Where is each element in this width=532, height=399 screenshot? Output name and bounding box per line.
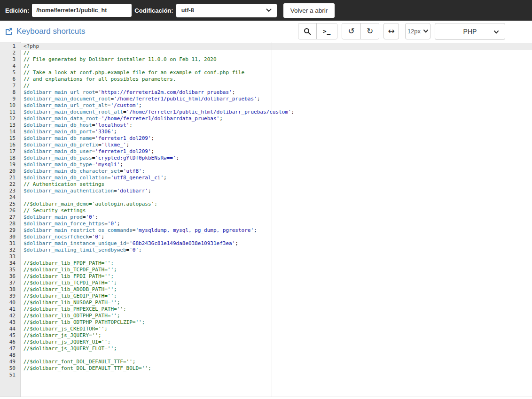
chevron-down-icon <box>266 8 272 12</box>
code-text: // Authentication settings <box>21 181 104 188</box>
code-line[interactable]: 48 <box>0 352 532 359</box>
toolbar-actions: >_ ↺ ↻ ↔ 12px PHP <box>294 23 505 40</box>
redo-button[interactable]: ↻ <box>360 23 379 39</box>
chevron-down-icon <box>494 31 499 34</box>
code-text <box>21 194 23 201</box>
code-line[interactable]: 42//$dolibarr_lib_ODTPHP_PATH=''; <box>0 313 532 319</box>
code-line[interactable]: 40//$dolibarr_lib_NUSOAP_PATH=''; <box>0 299 532 306</box>
code-text: //$dolibarr_lib_ADODB_PATH=''; <box>21 286 117 293</box>
code-line[interactable]: 30$dolibarr_nocsrfcheck='0'; <box>0 234 532 240</box>
code-line[interactable]: 25//$dolibarr_main_demo='autologin,autop… <box>0 201 532 207</box>
code-line[interactable]: 21$dolibarr_main_db_collation='utf8_gene… <box>0 175 532 181</box>
code-line[interactable]: 43//$dolibarr_lib_ODTPHP_PATHTOPCLZIP=''… <box>0 319 532 326</box>
code-line[interactable]: 3// File generated by Dolibarr installer… <box>0 56 532 63</box>
code-text: // File generated by Dolibarr installer … <box>21 56 217 63</box>
code-text: //$dolibarr_lib_PHPEXCEL_PATH=''; <box>21 306 126 313</box>
line-number: 27 <box>0 214 21 221</box>
word-wrap-button[interactable]: ↔ <box>383 23 399 39</box>
encoding-select[interactable]: utf-8 <box>176 4 277 17</box>
terminal-button[interactable]: >_ <box>316 23 337 39</box>
search-button[interactable] <box>298 23 316 39</box>
code-line[interactable]: 36//$dolibarr_lib_FPDI_PATH=''; <box>0 273 532 280</box>
code-line[interactable]: 26// Security settings <box>0 207 532 214</box>
keyboard-shortcuts-link[interactable]: Keyboard shortcuts <box>5 27 85 36</box>
code-line[interactable]: 11$dolibarr_main_document_root_alt='/hom… <box>0 109 532 115</box>
code-line[interactable]: 12$dolibarr_main_data_root='/home/ferret… <box>0 115 532 122</box>
code-text: //$dolibarr_font_DOL_DEFAULT_TTF=''; <box>21 359 135 365</box>
line-number: 22 <box>0 181 21 188</box>
code-line[interactable]: 32$dolibarr_mailing_limit_sendbyweb='0'; <box>0 247 532 253</box>
code-line[interactable]: 1<?php <box>0 43 532 50</box>
code-line[interactable]: 45//$dolibarr_js_JQUERY=''; <box>0 332 532 339</box>
code-line[interactable]: 34//$dolibarr_lib_FPDF_PATH=''; <box>0 260 532 267</box>
code-line[interactable]: 17$dolibarr_main_db_user='ferreter1_dol2… <box>0 148 532 155</box>
line-number: 8 <box>0 89 21 96</box>
line-number: 28 <box>0 221 21 227</box>
code-text: // <box>21 83 30 89</box>
code-line[interactable]: 33 <box>0 253 532 260</box>
code-line[interactable]: 18$dolibarr_main_db_pass='crypted:gYtDf0… <box>0 155 532 161</box>
code-line[interactable]: 51 <box>0 372 532 378</box>
line-number: 23 <box>0 188 21 194</box>
code-line[interactable]: 2// <box>0 50 532 56</box>
code-line[interactable]: 50//$dolibarr_font_DOL_DEFAULT_TTF_BOLD=… <box>0 365 532 372</box>
code-line[interactable]: 47//$dolibarr_js_JQUERY_FLOT=''; <box>0 345 532 352</box>
code-line[interactable]: 24 <box>0 194 532 201</box>
code-line[interactable]: 20$dolibarr_main_db_character_set='utf8'… <box>0 168 532 175</box>
code-text: $dolibarr_main_prod='0'; <box>21 214 98 221</box>
code-line[interactable]: 23$dolibarr_main_authentication='dolibar… <box>0 188 532 194</box>
code-line[interactable]: 29$dolibarr_main_restrict_os_commands='m… <box>0 227 532 234</box>
keyboard-shortcuts-label: Keyboard shortcuts <box>16 27 85 36</box>
code-line[interactable]: 16$dolibarr_main_db_prefix='llxme_'; <box>0 142 532 148</box>
code-line[interactable]: 31$dolibarr_main_instance_unique_id='68b… <box>0 240 532 247</box>
code-line[interactable]: 19$dolibarr_main_db_type='mysqli'; <box>0 161 532 168</box>
code-text: //$dolibarr_font_DOL_DEFAULT_TTF_BOLD=''… <box>21 365 151 372</box>
code-editor[interactable]: 1<?php2//3// File generated by Dolibarr … <box>0 42 532 397</box>
code-line[interactable]: 6// and explanations for all possibles p… <box>0 76 532 83</box>
line-number: 38 <box>0 286 21 293</box>
code-line[interactable]: 5// Take a look at conf.php.example file… <box>0 69 532 76</box>
code-text: $dolibarr_main_instance_unique_id='68b24… <box>21 240 238 247</box>
code-line[interactable]: 8$dolibarr_main_url_root='https://ferret… <box>0 89 532 96</box>
code-text <box>21 352 23 359</box>
code-line[interactable]: 9$dolibarr_main_document_root='/home/fer… <box>0 96 532 102</box>
syntax-language-value: PHP <box>463 28 477 35</box>
code-text: //$dolibarr_js_JQUERY=''; <box>21 332 102 339</box>
code-line[interactable]: 22// Authentication settings <box>0 181 532 188</box>
line-number: 34 <box>0 260 21 267</box>
code-line[interactable]: 4// <box>0 63 532 69</box>
redo-icon: ↻ <box>367 27 373 35</box>
file-path-input[interactable] <box>32 4 132 17</box>
code-line[interactable]: 41//$dolibarr_lib_PHPEXCEL_PATH=''; <box>0 306 532 313</box>
code-line[interactable]: 27$dolibarr_main_prod='0'; <box>0 214 532 221</box>
font-size-value: 12px <box>407 28 421 35</box>
code-line[interactable]: 37//$dolibarr_lib_TCPDI_PATH=''; <box>0 280 532 286</box>
reopen-button[interactable]: Volver a abrir <box>283 3 335 18</box>
syntax-language-select[interactable]: PHP <box>435 23 505 40</box>
code-line[interactable]: 39//$dolibarr_lib_GEOIP_PATH=''; <box>0 293 532 299</box>
code-line[interactable]: 7// <box>0 83 532 89</box>
code-text: //$dolibarr_js_JQUERY_FLOT=''; <box>21 345 117 352</box>
line-number: 13 <box>0 122 21 129</box>
code-line[interactable]: 44//$dolibarr_js_CKEDITOR=''; <box>0 326 532 332</box>
line-number: 35 <box>0 267 21 273</box>
code-line[interactable]: 28$dolibarr_main_force_https='0'; <box>0 221 532 227</box>
code-line[interactable]: 14$dolibarr_main_db_port='3306'; <box>0 129 532 135</box>
line-number: 19 <box>0 161 21 168</box>
code-line[interactable]: 13$dolibarr_main_db_host='localhost'; <box>0 122 532 129</box>
code-line[interactable]: 46//$dolibarr_js_JQUERY_UI=''; <box>0 339 532 345</box>
line-number: 31 <box>0 240 21 247</box>
code-line[interactable]: 35//$dolibarr_lib_TCPDF_PATH=''; <box>0 267 532 273</box>
code-line[interactable]: 15$dolibarr_main_db_name='ferreter1_dol2… <box>0 135 532 142</box>
undo-redo-group: ↺ ↻ <box>342 23 379 39</box>
code-text: //$dolibarr_lib_ODTPHP_PATH=''; <box>21 313 120 319</box>
code-text: //$dolibarr_js_JQUERY_UI=''; <box>21 339 110 345</box>
line-number: 48 <box>0 352 21 359</box>
code-text: $dolibarr_main_url_root='https://ferrete… <box>21 89 235 96</box>
code-line[interactable]: 38//$dolibarr_lib_ADODB_PATH=''; <box>0 286 532 293</box>
undo-button[interactable]: ↺ <box>342 23 360 39</box>
font-size-select[interactable]: 12px <box>405 23 430 39</box>
code-line[interactable]: 49//$dolibarr_font_DOL_DEFAULT_TTF=''; <box>0 359 532 365</box>
code-line[interactable]: 10$dolibarr_main_url_root_alt='/custom'; <box>0 102 532 109</box>
search-icon <box>304 28 311 35</box>
